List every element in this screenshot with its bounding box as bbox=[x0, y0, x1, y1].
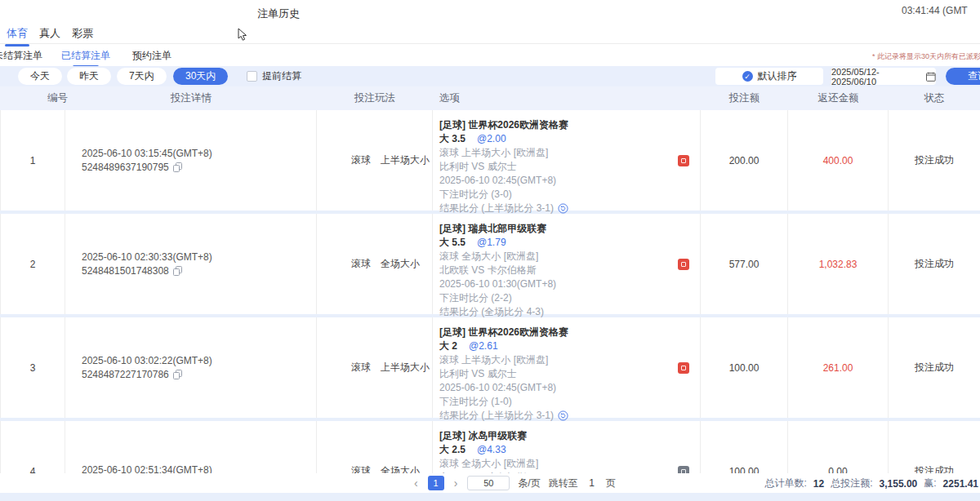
score-at-bet: 下注时比分 (3-0) bbox=[439, 188, 700, 202]
market-label: 滚球 全场大小 [欧洲盘] bbox=[439, 457, 700, 471]
selection-cell: [足球] 世界杯2026欧洲资格赛 大 3.5 @2.00 滚球 上半场大小 [… bbox=[433, 110, 701, 211]
total-stake-label: 总投注额: bbox=[831, 477, 872, 490]
stake-amount: 100.00 bbox=[701, 421, 788, 473]
jump-to-label: 跳转至 bbox=[549, 477, 578, 490]
bet-detail-cell: 2025-06-10 03:15:45(GMT+8) 5248489637190… bbox=[65, 110, 317, 211]
next-page-button[interactable]: › bbox=[452, 477, 460, 490]
filter-bar: 今天 昨天 7天内 30天内 提前结算 ✓ 默认排序 2025/05/12-20… bbox=[0, 66, 980, 86]
jump-page-input[interactable]: 1 bbox=[586, 477, 598, 489]
table-row: 3 2025-06-10 03:02:22(GMT+8) 52484872271… bbox=[0, 317, 980, 418]
early-settle-option: 提前结算 bbox=[247, 69, 301, 83]
subtab-settled[interactable]: 已结算注单 bbox=[61, 49, 110, 63]
table-row: 2 2025-06-10 02:30:33(GMT+8) 52484815017… bbox=[0, 214, 980, 314]
default-sort-button[interactable]: ✓ 默认排序 bbox=[715, 68, 823, 85]
match-teams: 北欧联 VS 卡尔伯格斯 bbox=[439, 264, 700, 277]
subtab-unsettled[interactable]: 未结算注单 bbox=[0, 49, 42, 63]
tab-sports[interactable]: 体育 bbox=[7, 26, 28, 41]
table-body: 1 2025-06-10 03:15:45(GMT+8) 52484896371… bbox=[0, 110, 980, 473]
bet-type-cell: 滚球 上半场大小 bbox=[317, 110, 433, 211]
total-win-value: 2251.41 bbox=[943, 478, 978, 490]
bet-time: 2025-06-10 03:02:22(GMT+8) bbox=[82, 355, 316, 366]
prev-page-button[interactable]: ‹ bbox=[412, 477, 420, 490]
bet-type-cell: 滚球 全场大小 bbox=[317, 214, 433, 314]
match-time: 2025-06-10 01:30(GMT+8) bbox=[439, 277, 700, 291]
odds-value: @2.00 bbox=[477, 132, 506, 146]
stake-amount: 577.00 bbox=[701, 214, 788, 314]
page-unit-label: 页 bbox=[606, 477, 616, 490]
status-label: 投注成功 bbox=[889, 110, 980, 211]
row-number: 1 bbox=[1, 110, 65, 211]
subtab-reserved[interactable]: 预约注单 bbox=[132, 49, 172, 63]
pick-label: 大 5.5 bbox=[439, 236, 466, 250]
pagination: ‹ 1 › 条/页 跳转至 1 页 bbox=[412, 473, 616, 493]
early-settle-checkbox[interactable] bbox=[247, 71, 257, 82]
check-circle-icon: ✓ bbox=[742, 71, 753, 82]
order-number: 5248489637190795 bbox=[82, 162, 169, 173]
filter-yesterday[interactable]: 昨天 bbox=[67, 68, 111, 85]
table-row: 1 2025-06-10 03:15:45(GMT+8) 52484896371… bbox=[0, 110, 980, 211]
total-stake-value: 3,155.00 bbox=[880, 478, 918, 490]
payout-amount: 1,032.83 bbox=[788, 214, 889, 314]
col-selection: 选项 bbox=[433, 91, 701, 105]
payout-amount: 261.00 bbox=[788, 317, 889, 418]
tab-lottery[interactable]: 彩票 bbox=[72, 26, 93, 41]
bottom-strip bbox=[0, 493, 980, 501]
page-size-input[interactable] bbox=[467, 476, 510, 490]
bet-detail-cell: 2025-06-10 02:51:34(GMT+8) bbox=[65, 421, 317, 473]
filter-7days[interactable]: 7天内 bbox=[117, 68, 167, 85]
category-tabs: 体育 真人 彩票 bbox=[0, 23, 980, 44]
league-name: [足球] 世界杯2026欧洲资格赛 bbox=[439, 326, 700, 339]
order-number: 5248481501748308 bbox=[82, 265, 169, 277]
stake-amount: 200.00 bbox=[701, 110, 788, 211]
copy-icon[interactable] bbox=[173, 162, 182, 172]
selection-cell: [足球] 冰岛甲级联赛 大 2.5 @4.33 滚球 全场大小 [欧洲盘] 富佐… bbox=[433, 421, 701, 473]
calendar-icon bbox=[926, 72, 936, 82]
filter-30days[interactable]: 30天内 bbox=[173, 68, 228, 85]
result-replay-icon[interactable] bbox=[558, 410, 568, 421]
order-history-page: 注单历史 03:41:44 (GMT 体育 真人 彩票 未结算注单 已结算注单 … bbox=[0, 0, 980, 501]
row-number: 3 bbox=[1, 317, 65, 418]
copy-icon[interactable] bbox=[173, 266, 182, 276]
col-status: 状态 bbox=[889, 91, 980, 105]
col-number: 编号 bbox=[0, 91, 65, 105]
market-label: 滚球 上半场大小 [欧洲盘] bbox=[439, 353, 700, 367]
total-win-label: 赢: bbox=[924, 477, 936, 490]
stake-amount: 100.00 bbox=[701, 317, 788, 418]
bet-type-cell: 滚球 全场大小 bbox=[317, 421, 433, 473]
mouse-cursor-icon bbox=[238, 28, 247, 42]
col-bet-detail: 投注详情 bbox=[65, 91, 317, 105]
tab-live[interactable]: 真人 bbox=[39, 26, 60, 41]
pick-label: 大 2.5 bbox=[439, 443, 466, 457]
status-label: 投注成功 bbox=[889, 317, 980, 418]
match-badge-icon bbox=[678, 155, 689, 166]
match-time: 2025-06-10 02:45(GMT+8) bbox=[439, 381, 700, 395]
default-sort-label: 默认排序 bbox=[758, 69, 797, 83]
match-badge-icon bbox=[678, 362, 689, 374]
filter-today[interactable]: 今天 bbox=[18, 68, 62, 85]
status-label: 投注成功 bbox=[889, 214, 980, 314]
per-page-label: 条/页 bbox=[518, 477, 540, 490]
table-header: 编号 投注详情 投注玩法 选项 投注额 返还金额 状态 bbox=[0, 86, 980, 110]
col-payout: 返还金额 bbox=[788, 91, 889, 105]
league-name: [足球] 冰岛甲级联赛 bbox=[439, 429, 700, 443]
match-badge-icon bbox=[678, 466, 689, 474]
pick-label: 大 2 bbox=[439, 339, 457, 353]
copy-icon[interactable] bbox=[173, 370, 182, 379]
search-button[interactable]: 查询 bbox=[946, 68, 980, 85]
page-1-button[interactable]: 1 bbox=[428, 476, 444, 490]
col-stake: 投注额 bbox=[701, 91, 788, 105]
date-range-input[interactable]: 2025/05/12-2025/06/10 bbox=[831, 68, 936, 85]
odds-value: @1.79 bbox=[477, 236, 506, 250]
status-label: 投注成功 bbox=[889, 421, 980, 473]
bet-time: 2025-06-10 02:30:33(GMT+8) bbox=[82, 251, 316, 263]
result-replay-icon[interactable] bbox=[558, 203, 568, 214]
row-number: 4 bbox=[1, 421, 65, 473]
server-time: 03:41:44 (GMT bbox=[902, 5, 968, 16]
total-count-value: 12 bbox=[813, 478, 824, 490]
market-label: 滚球 全场大小 [欧洲盘] bbox=[439, 250, 700, 264]
payout-amount: 0.00 bbox=[788, 421, 889, 473]
market-label: 滚球 上半场大小 [欧洲盘] bbox=[439, 146, 700, 160]
early-settle-label: 提前结算 bbox=[262, 69, 301, 83]
selection-cell: [足球] 世界杯2026欧洲资格赛 大 2 @2.61 滚球 上半场大小 [欧洲… bbox=[433, 317, 701, 418]
bet-time: 2025-06-10 03:15:45(GMT+8) bbox=[82, 148, 316, 159]
